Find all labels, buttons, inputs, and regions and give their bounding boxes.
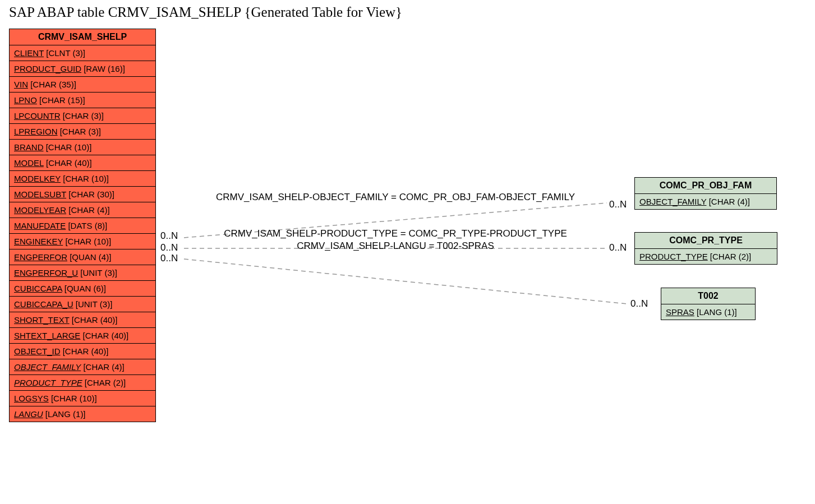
- entity-comc-pr-type: COMC_PR_TYPE PRODUCT_TYPE [CHAR (2)]: [634, 232, 777, 265]
- field-type: [CHAR (35)]: [30, 80, 76, 89]
- entity-field: CUBICCAPA_U [UNIT (3)]: [10, 297, 155, 312]
- field-type: [CHAR (2)]: [85, 378, 126, 387]
- field-name: MODELSUBT: [14, 189, 66, 199]
- field-type: [CHAR (10)]: [65, 237, 111, 246]
- field-name: ENGPERFOR: [14, 252, 67, 262]
- field-name: OBJECT_ID: [14, 346, 61, 356]
- field-type: [CHAR (3)]: [60, 127, 101, 136]
- field-name: PRODUCT_TYPE: [14, 378, 82, 387]
- field-type: [CHAR (2)]: [710, 252, 751, 261]
- entity-field: LPNO [CHAR (15)]: [10, 93, 155, 108]
- field-type: [QUAN (6)]: [65, 284, 106, 293]
- cardinality-right-2: 0..N: [609, 242, 627, 253]
- field-name: OBJECT_FAMILY: [639, 197, 706, 206]
- entity-field: LOGSYS [CHAR (10)]: [10, 391, 155, 406]
- field-name: PRODUCT_GUID: [14, 64, 81, 73]
- field-type: [CHAR (40)]: [72, 315, 118, 325]
- field-name: LPCOUNTR: [14, 111, 61, 121]
- field-type: [LANG (1)]: [697, 307, 737, 317]
- entity-field: LPREGION [CHAR (3)]: [10, 124, 155, 140]
- field-name: ENGPERFOR_U: [14, 268, 78, 278]
- field-type: [RAW (16)]: [84, 64, 125, 73]
- entity-t002: T002 SPRAS [LANG (1)]: [661, 288, 756, 320]
- entity-field: MANUFDATE [DATS (8)]: [10, 218, 155, 234]
- field-name: SHTEXT_LARGE: [14, 331, 80, 340]
- field-name: CUBICCAPA: [14, 284, 62, 293]
- page-title: SAP ABAP table CRMV_ISAM_SHELP {Generate…: [9, 4, 402, 20]
- field-type: [LANG (1)]: [45, 409, 86, 419]
- field-name: LOGSYS: [14, 394, 49, 403]
- field-type: [CHAR (30)]: [68, 189, 114, 199]
- field-type: [CLNT (3)]: [46, 48, 85, 58]
- field-type: [CHAR (4)]: [68, 205, 109, 215]
- field-name: MODELYEAR: [14, 205, 66, 215]
- entity-field: OBJECT_FAMILY [CHAR (4)]: [10, 359, 155, 375]
- field-type: [CHAR (3)]: [63, 111, 104, 121]
- entity-field: MODELYEAR [CHAR (4)]: [10, 202, 155, 218]
- field-type: [QUAN (4)]: [70, 252, 111, 262]
- cardinality-left-1: 0..N: [160, 230, 178, 242]
- field-name: LPNO: [14, 95, 37, 105]
- field-type: [CHAR (4)]: [83, 362, 124, 372]
- field-name: ENGINEKEY: [14, 237, 63, 246]
- entity-field: SPRAS [LANG (1)]: [661, 304, 755, 320]
- entity-header: CRMV_ISAM_SHELP: [10, 29, 155, 45]
- entity-field: PRODUCT_TYPE [CHAR (2)]: [635, 249, 777, 264]
- field-name: PRODUCT_TYPE: [639, 252, 708, 261]
- field-name: LPREGION: [14, 127, 58, 136]
- field-name: MANUFDATE: [14, 221, 66, 230]
- field-name: SHORT_TEXT: [14, 315, 70, 325]
- entity-field: ENGPERFOR_U [UNIT (3)]: [10, 265, 155, 281]
- relation-label-3: CRMV_ISAM_SHELP-LANGU = T002-SPRAS: [277, 241, 514, 252]
- field-type: [CHAR (4)]: [709, 197, 750, 206]
- relation-label-2: CRMV_ISAM_SHELP-PRODUCT_TYPE = COMC_PR_T…: [204, 228, 587, 239]
- entity-header: COMC_PR_OBJ_FAM: [635, 178, 776, 194]
- field-name: CLIENT: [14, 48, 44, 58]
- entity-field: ENGPERFOR [QUAN (4)]: [10, 249, 155, 265]
- cardinality-left-3: 0..N: [160, 253, 178, 264]
- entity-field: OBJECT_ID [CHAR (40)]: [10, 344, 155, 359]
- svg-line-2: [184, 259, 627, 304]
- field-name: SPRAS: [666, 307, 694, 317]
- entity-field: LANGU [LANG (1)]: [10, 406, 155, 422]
- field-type: [CHAR (15)]: [39, 95, 85, 105]
- cardinality-left-2: 0..N: [160, 242, 178, 253]
- field-type: [CHAR (10)]: [51, 394, 97, 403]
- field-type: [UNIT (3)]: [76, 299, 113, 309]
- entity-field: PRODUCT_GUID [RAW (16)]: [10, 61, 155, 77]
- field-name: CUBICCAPA_U: [14, 299, 73, 309]
- field-type: [UNIT (3)]: [80, 268, 117, 278]
- entity-field: MODEL [CHAR (40)]: [10, 155, 155, 171]
- entity-field: CUBICCAPA [QUAN (6)]: [10, 281, 155, 297]
- field-type: [CHAR (10)]: [63, 174, 109, 183]
- entity-crmv-isam-shelp: CRMV_ISAM_SHELP CLIENT [CLNT (3)]PRODUCT…: [9, 29, 156, 422]
- entity-field: OBJECT_FAMILY [CHAR (4)]: [635, 194, 776, 209]
- field-name: BRAND: [14, 142, 44, 152]
- entity-field: MODELSUBT [CHAR (30)]: [10, 187, 155, 202]
- field-name: MODEL: [14, 158, 44, 168]
- entity-field: PRODUCT_TYPE [CHAR (2)]: [10, 375, 155, 391]
- field-type: [CHAR (40)]: [83, 331, 129, 340]
- field-type: [CHAR (40)]: [63, 346, 109, 356]
- field-name: VIN: [14, 80, 28, 89]
- cardinality-right-3: 0..N: [630, 298, 648, 309]
- entity-header: COMC_PR_TYPE: [635, 233, 777, 249]
- entity-comc-pr-obj-fam: COMC_PR_OBJ_FAM OBJECT_FAMILY [CHAR (4)]: [634, 177, 777, 210]
- field-type: [DATS (8)]: [68, 221, 107, 230]
- entity-header: T002: [661, 288, 755, 304]
- cardinality-right-1: 0..N: [609, 199, 627, 210]
- entity-field: CLIENT [CLNT (3)]: [10, 45, 155, 61]
- entity-field: BRAND [CHAR (10)]: [10, 140, 155, 155]
- entity-field: SHTEXT_LARGE [CHAR (40)]: [10, 328, 155, 344]
- field-name: OBJECT_FAMILY: [14, 362, 81, 372]
- field-name: MODELKEY: [14, 174, 61, 183]
- field-name: LANGU: [14, 409, 43, 419]
- entity-field: MODELKEY [CHAR (10)]: [10, 171, 155, 187]
- field-type: [CHAR (10)]: [46, 142, 92, 152]
- field-type: [CHAR (40)]: [46, 158, 92, 168]
- relation-label-1: CRMV_ISAM_SHELP-OBJECT_FAMILY = COMC_PR_…: [192, 192, 598, 203]
- entity-field: LPCOUNTR [CHAR (3)]: [10, 108, 155, 124]
- entity-field: SHORT_TEXT [CHAR (40)]: [10, 312, 155, 328]
- entity-field: VIN [CHAR (35)]: [10, 77, 155, 93]
- entity-field: ENGINEKEY [CHAR (10)]: [10, 234, 155, 249]
